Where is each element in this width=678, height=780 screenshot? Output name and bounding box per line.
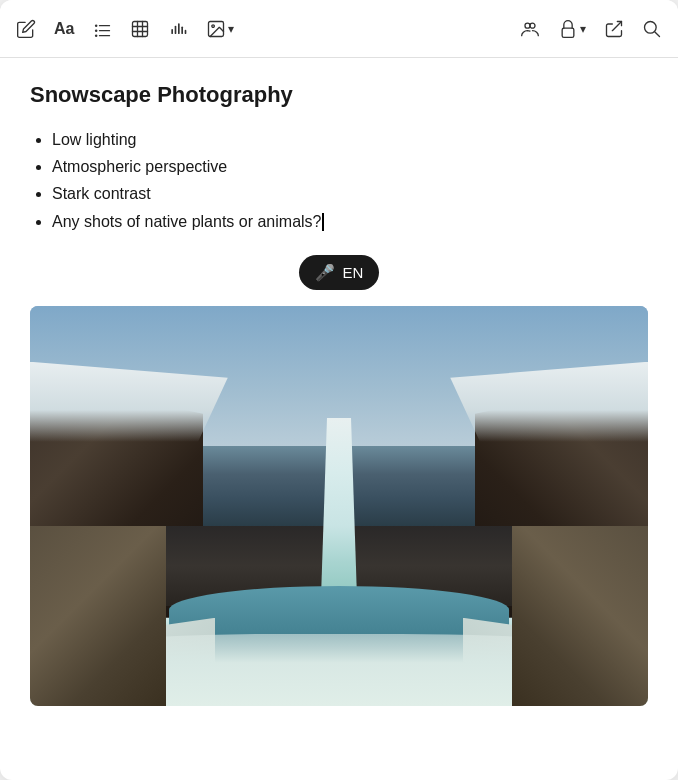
svg-point-18 [525,23,530,28]
svg-point-2 [95,29,98,32]
toolbar-right: ▾ [520,19,662,39]
svg-point-0 [95,24,98,27]
svg-rect-20 [562,28,574,37]
table-button[interactable] [130,19,150,39]
collaborate-button[interactable] [520,19,540,39]
rock-right [512,526,648,706]
toolbar: Aa [0,0,678,58]
list-format-button[interactable] [92,19,112,39]
list-item: Stark contrast [52,180,648,207]
rock-left [30,526,166,706]
search-button[interactable] [642,19,662,39]
list-item: Low lighting [52,126,648,153]
svg-point-4 [95,34,98,36]
document-title: Snowscape Photography [30,82,648,108]
voice-pill-wrapper: 🎤 EN [30,255,648,290]
share-button[interactable] [604,19,624,39]
svg-rect-13 [178,23,180,34]
edit-button[interactable] [16,19,36,39]
scene-container [30,306,648,706]
image-insert-button[interactable]: ▾ [206,19,234,39]
svg-rect-14 [182,26,184,34]
font-button[interactable]: Aa [54,20,74,38]
svg-rect-15 [185,29,187,33]
snowscape-photo [30,306,648,706]
svg-point-19 [530,23,535,28]
svg-rect-6 [133,21,148,36]
language-label: EN [343,264,364,281]
svg-rect-11 [172,29,174,34]
list-item: Atmospheric perspective [52,153,648,180]
text-cursor [322,213,324,231]
document-content: Snowscape Photography Low lighting Atmos… [0,58,678,780]
bullet-list: Low lighting Atmospheric perspective Sta… [30,126,648,235]
svg-point-17 [212,24,215,26]
voice-language-pill[interactable]: 🎤 EN [299,255,380,290]
audio-button[interactable] [168,19,188,39]
svg-point-22 [645,21,657,33]
microphone-icon: 🎤 [315,263,335,282]
svg-line-23 [655,31,660,36]
document-image [30,306,648,706]
list-item: Any shots of native plants or animals? [52,208,648,235]
lock-button[interactable]: ▾ [558,19,586,39]
svg-rect-12 [175,25,177,33]
app-window: Aa [0,0,678,780]
svg-line-21 [612,21,621,30]
